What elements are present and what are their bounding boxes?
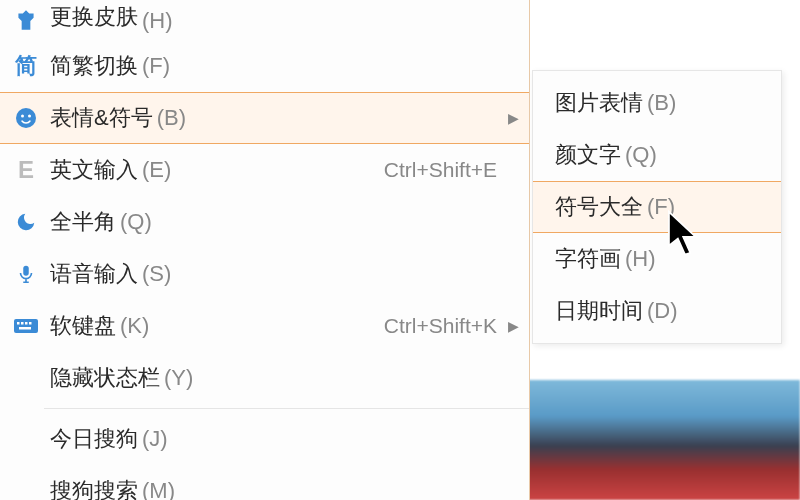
submenu-arrow-icon: ▶	[508, 110, 519, 126]
menu-item-label: 隐藏状态栏	[50, 363, 160, 393]
svg-rect-5	[17, 322, 20, 325]
submenu-item-label: 字符画	[555, 244, 621, 274]
menu-item-fullwidth-halfwidth[interactable]: 全半角 (Q)	[0, 196, 529, 248]
submenu-item-key: (F)	[647, 194, 675, 220]
submenu-item-kaomoji[interactable]: 颜文字 (Q)	[533, 129, 781, 181]
svg-point-1	[21, 115, 24, 118]
submenu-item-datetime[interactable]: 日期时间 (D)	[533, 285, 781, 337]
submenu-item-key: (D)	[647, 298, 678, 324]
menu-item-key: (J)	[142, 426, 168, 452]
jian-icon: 简	[10, 50, 42, 82]
menu-item-today-sogou[interactable]: 今日搜狗 (J)	[0, 413, 529, 465]
svg-rect-7	[25, 322, 28, 325]
submenu-item-label: 日期时间	[555, 296, 643, 326]
menu-item-label: 英文输入	[50, 155, 138, 185]
submenu-item-key: (Q)	[625, 142, 657, 168]
submenu-item-key: (H)	[625, 246, 656, 272]
svg-rect-9	[19, 327, 31, 330]
svg-rect-6	[21, 322, 24, 325]
menu-item-label: 表情&符号	[50, 103, 153, 133]
menu-item-voice-input[interactable]: 语音输入 (S)	[0, 248, 529, 300]
menu-item-key: (Y)	[164, 365, 193, 391]
submenu-item-key: (B)	[647, 90, 676, 116]
menu-item-label: 简繁切换	[50, 51, 138, 81]
ime-context-menu: 更换皮肤 (H) 简 简繁切换 (F) 表情&符号 (B) ▶ E 英文输入 (…	[0, 0, 530, 500]
smiley-icon	[10, 102, 42, 134]
menu-item-label: 更换皮肤	[50, 2, 138, 32]
menu-item-soft-keyboard[interactable]: 软键盘 (K) Ctrl+Shift+K ▶	[0, 300, 529, 352]
desktop-background-fragment	[520, 380, 800, 500]
submenu-item-label: 符号大全	[555, 192, 643, 222]
menu-item-hide-statusbar[interactable]: 隐藏状态栏 (Y)	[0, 352, 529, 404]
menu-item-key: (S)	[142, 261, 171, 287]
menu-item-label: 软键盘	[50, 311, 116, 341]
menu-item-key: (E)	[142, 157, 171, 183]
svg-point-2	[28, 115, 31, 118]
keyboard-icon	[10, 310, 42, 342]
menu-item-key: (M)	[142, 478, 175, 500]
mic-icon	[10, 258, 42, 290]
menu-item-shortcut: Ctrl+Shift+E	[384, 158, 497, 182]
submenu-item-label: 颜文字	[555, 140, 621, 170]
menu-item-simplified-traditional[interactable]: 简 简繁切换 (F)	[0, 40, 529, 92]
menu-item-shortcut: Ctrl+Shift+K	[384, 314, 497, 338]
skin-icon	[10, 5, 42, 37]
menu-item-emoji-symbols[interactable]: 表情&符号 (B) ▶	[0, 92, 529, 144]
emoji-symbols-submenu: 图片表情 (B) 颜文字 (Q) 符号大全 (F) 字符画 (H) 日期时间 (…	[532, 70, 782, 344]
english-icon: E	[10, 154, 42, 186]
blank-icon	[10, 475, 42, 500]
menu-item-key: (K)	[120, 313, 149, 339]
menu-item-label: 今日搜狗	[50, 424, 138, 454]
submenu-item-image-emoji[interactable]: 图片表情 (B)	[533, 77, 781, 129]
svg-point-0	[16, 108, 36, 128]
blank-icon	[10, 423, 42, 455]
submenu-arrow-icon: ▶	[508, 318, 519, 334]
moon-icon	[10, 206, 42, 238]
svg-rect-3	[23, 266, 29, 276]
submenu-item-symbols[interactable]: 符号大全 (F)	[533, 181, 781, 233]
menu-item-key: (Q)	[120, 209, 152, 235]
svg-rect-8	[29, 322, 32, 325]
menu-item-sogou-search[interactable]: 搜狗搜索 (M)	[0, 465, 529, 500]
submenu-item-label: 图片表情	[555, 88, 643, 118]
menu-item-english-input[interactable]: E 英文输入 (E) Ctrl+Shift+E	[0, 144, 529, 196]
menu-item-key: (F)	[142, 53, 170, 79]
blank-icon	[10, 362, 42, 394]
menu-item-label: 全半角	[50, 207, 116, 237]
menu-item-key: (H)	[142, 8, 173, 34]
menu-item-label: 搜狗搜索	[50, 476, 138, 500]
menu-item-key: (B)	[157, 105, 186, 131]
submenu-item-ascii-art[interactable]: 字符画 (H)	[533, 233, 781, 285]
menu-item-label: 语音输入	[50, 259, 138, 289]
svg-rect-4	[14, 319, 38, 333]
menu-separator	[44, 408, 529, 409]
menu-item-skin[interactable]: 更换皮肤 (H)	[0, 2, 529, 40]
